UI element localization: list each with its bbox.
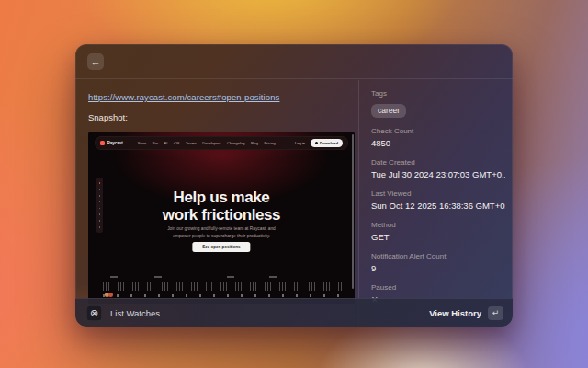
circle-x-icon: ⊗ [90, 308, 98, 318]
meta-label-paused: Paused [371, 283, 505, 293]
arrow-left-icon: ← [91, 57, 101, 67]
nav-item: AI [164, 141, 168, 145]
nav-item: Teams [186, 141, 197, 145]
nav-item: iOS [174, 141, 180, 145]
nav-item: Pro [153, 141, 158, 145]
nav-login: Log in [295, 141, 305, 145]
return-icon: ↵ [492, 309, 500, 317]
snapshot-label: Snapshot: [88, 112, 358, 122]
meta-value-check-count: 4850 [371, 138, 505, 149]
desktop-background: ← https://www.raycast.com/careers#open-p… [0, 0, 588, 368]
timeline-ruler [103, 282, 342, 291]
download-button: Download [311, 139, 343, 147]
window-body: https://www.raycast.com/careers#open-pos… [75, 80, 513, 327]
timeline-year-dash [110, 276, 118, 278]
timeline-marker [141, 281, 141, 294]
metadata-sidebar: Tags career Check Count 4850 Date Create… [358, 80, 513, 327]
raycast-logo-icon [100, 141, 105, 145]
tag-badge: career [371, 104, 406, 118]
raycast-window: ← https://www.raycast.com/careers#open-p… [75, 44, 513, 327]
apple-icon [315, 142, 318, 145]
nav-item: Store [138, 141, 147, 145]
timeline-year-dash [227, 276, 234, 278]
snapshot-image: Raycast Store Pro AI iOS Teams Developer… [88, 132, 355, 304]
meta-value-notification-alert-count: 9 [371, 263, 505, 274]
nav-item: Changelog [227, 141, 244, 145]
snapshot-subtext: Join our growing and fully-remote team a… [88, 225, 355, 239]
meta-label-check-count: Check Count [371, 127, 505, 136]
meta-label-tags: Tags [371, 89, 505, 98]
nav-item: Pricing [264, 141, 275, 145]
detail-main: https://www.raycast.com/careers#open-pos… [75, 80, 358, 327]
meta-label-date-created: Date Created [371, 158, 505, 167]
meta-value-method: GET [371, 232, 505, 243]
meta-value-last-viewed: Sun Oct 12 2025 16:38:36 GMT+02... [371, 201, 505, 212]
timeline-milestone-dots [103, 294, 342, 297]
snapshot-navbar: Raycast Store Pro AI iOS Teams Developer… [95, 136, 348, 150]
nav-item: Blog [251, 141, 258, 145]
enter-keycap: ↵ [488, 306, 503, 320]
meta-label-method: Method [371, 221, 505, 230]
raycast-brand: Raycast [100, 141, 123, 145]
snapshot-scrollbar[interactable] [352, 134, 354, 289]
meta-value-date-created: Tue Jul 30 2024 23:07:03 GMT+0... [371, 169, 505, 180]
timeline-year-dash [269, 276, 277, 278]
timeline-avatar [108, 293, 113, 297]
action-bar: ⊗ List Watches View History ↵ [75, 298, 513, 327]
meta-label-last-viewed: Last Viewed [371, 190, 505, 199]
command-title: List Watches [110, 308, 160, 318]
extension-icon: ⊗ [86, 305, 102, 321]
view-history-button[interactable]: View History [429, 308, 481, 318]
see-open-positions-button: See open positions [192, 242, 250, 252]
nav-item: Developers [202, 141, 220, 145]
snapshot-headline: Help us make work frictionless [88, 189, 355, 224]
window-header: ← [75, 44, 513, 79]
snapshot-nav-links: Store Pro AI iOS Teams Developers Change… [138, 141, 276, 145]
back-button[interactable]: ← [87, 53, 104, 70]
watched-url-link[interactable]: https://www.raycast.com/careers#open-pos… [88, 92, 279, 102]
meta-label-notification-alert-count: Notification Alert Count [371, 252, 505, 261]
timeline-year-dash [154, 276, 162, 278]
